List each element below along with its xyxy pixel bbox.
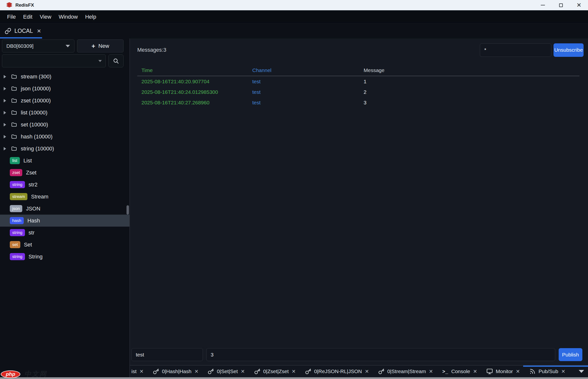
connection-tab-label: LOCAL: [15, 28, 33, 34]
tree-key-hash-selected[interactable]: hash Hash: [0, 215, 130, 227]
table-row[interactable]: 2025-08-16T21:40:20.907704 test 1: [137, 76, 579, 87]
tree-key-json[interactable]: json JSON: [0, 203, 130, 215]
tree-folder-zset[interactable]: zset (10000): [0, 95, 130, 107]
key-name: str: [29, 230, 34, 236]
search-button[interactable]: [108, 54, 124, 67]
database-select[interactable]: DB0[60309]: [2, 39, 74, 52]
maximize-button[interactable]: [552, 0, 570, 10]
close-icon[interactable]: ✕: [139, 368, 144, 374]
cell-channel: test: [252, 79, 364, 84]
folder-icon: [11, 145, 18, 152]
table-row[interactable]: 2025-08-16T21:40:27.268960 test 3: [137, 97, 579, 108]
menu-edit[interactable]: Edit: [19, 12, 36, 22]
app-title: RedisFX: [15, 2, 34, 8]
bottom-tab-label: 0|Hash|Hash: [162, 368, 191, 374]
close-icon[interactable]: ✕: [473, 368, 477, 374]
minimize-button[interactable]: [534, 0, 552, 10]
close-icon[interactable]: ✕: [516, 368, 520, 374]
subscribe-pattern-input[interactable]: [480, 43, 551, 57]
close-icon[interactable]: ✕: [194, 368, 198, 374]
messages-table: Time Channel Message 2025-08-16T21:40:20…: [130, 62, 588, 344]
folder-icon: [11, 85, 18, 92]
tree-key-string[interactable]: string String: [0, 251, 130, 263]
cell-message: 3: [364, 100, 579, 106]
table-row[interactable]: 2025-08-16T21:40:24.012985300 test 2: [137, 87, 579, 97]
tree-scrollbar-thumb[interactable]: [127, 205, 129, 215]
sidebar: DB0[60309] + New: [0, 38, 130, 377]
menu-view[interactable]: View: [36, 12, 55, 22]
bottom-tab-label: Monitor: [496, 368, 513, 374]
close-icon[interactable]: ✕: [365, 368, 369, 374]
tree-folder-hash[interactable]: hash (10000): [0, 131, 130, 142]
connection-tab-strip: LOCAL ✕: [0, 23, 588, 38]
bottom-tab-json[interactable]: 0|ReJSON-RL|JSON ✕: [300, 365, 374, 377]
key-name: Set: [24, 242, 32, 248]
window-controls: ✕: [534, 0, 588, 10]
php-logo: php: [1, 370, 20, 378]
bottom-tab-set[interactable]: 0|Set|Set ✕: [203, 365, 249, 377]
bottom-tab-list-truncated[interactable]: ist ✕: [130, 365, 148, 377]
folder-icon: [11, 134, 18, 140]
bottom-tab-label: 0|ReJSON-RL|JSON: [314, 368, 362, 374]
connection-tab-local[interactable]: LOCAL ✕: [0, 24, 42, 38]
menu-help[interactable]: Help: [81, 12, 100, 22]
rss-icon: [529, 368, 536, 375]
tree-folder-label: stream (300): [21, 74, 51, 80]
bottom-tab-zset[interactable]: 0|Zset|Zset ✕: [250, 365, 300, 377]
tree-folder-list[interactable]: list (10000): [0, 107, 130, 119]
new-key-button-label: New: [98, 43, 109, 49]
tree-key-set[interactable]: set Set: [0, 239, 130, 251]
menu-file[interactable]: File: [3, 12, 19, 22]
tree-key-stream[interactable]: stream Stream: [0, 190, 130, 203]
close-icon[interactable]: ✕: [292, 368, 296, 374]
tree-key-str[interactable]: string str: [0, 227, 130, 239]
type-badge: string: [10, 253, 25, 260]
tree-folder-label: string (10000): [21, 145, 54, 152]
bottom-tab-hash[interactable]: 0|Hash|Hash ✕: [148, 365, 203, 377]
bottom-tab-pubsub-active[interactable]: Pub/Sub ✕: [525, 365, 570, 377]
new-key-button[interactable]: + New: [77, 39, 124, 52]
tree-folder-label: list (10000): [21, 110, 47, 116]
tree-folder-json[interactable]: json (10000): [0, 82, 130, 95]
tree-folder-string[interactable]: string (10000): [0, 142, 130, 155]
publish-message-input[interactable]: [206, 348, 555, 361]
unsubscribe-button[interactable]: Unsubscribe: [554, 43, 584, 57]
search-dropdown-caret-icon[interactable]: [98, 60, 102, 62]
expand-caret-icon: [4, 111, 6, 114]
bottom-tab-bar: ist ✕ 0|Hash|Hash ✕ 0|Set|Set ✕ 0|Zset|Z…: [130, 365, 588, 377]
type-badge: string: [10, 229, 25, 236]
redis-logo-icon: [6, 2, 13, 9]
minimize-icon: [541, 5, 545, 5]
publish-channel-input[interactable]: [132, 348, 203, 361]
close-icon[interactable]: ✕: [429, 368, 433, 374]
close-icon[interactable]: ✕: [241, 368, 245, 374]
bottom-tab-label: 0|Zset|Zset: [263, 368, 289, 374]
bottom-tab-console[interactable]: >_ Console ✕: [438, 365, 482, 377]
expand-caret-icon: [4, 99, 6, 102]
key-name: String: [29, 253, 43, 260]
publish-button[interactable]: Publish: [559, 348, 582, 361]
close-icon[interactable]: ✕: [561, 368, 565, 374]
folder-icon: [11, 97, 18, 104]
connection-tab-close-icon[interactable]: ✕: [37, 28, 41, 34]
pubsub-header: Messages:3 Unsubscribe: [130, 38, 588, 62]
close-button[interactable]: ✕: [570, 0, 588, 10]
tree-key-str2[interactable]: string str2: [0, 179, 130, 190]
tree-key-zset[interactable]: zset Zset: [0, 167, 130, 179]
column-header-time[interactable]: Time: [137, 67, 252, 73]
bottom-tab-monitor[interactable]: Monitor ✕: [482, 365, 525, 377]
window-body: DB0[60309] + New: [0, 38, 588, 377]
menu-window[interactable]: Window: [55, 12, 81, 22]
tree-folder-stream[interactable]: stream (300): [0, 71, 130, 82]
search-input[interactable]: [2, 55, 105, 67]
tab-overflow-caret-icon[interactable]: [579, 370, 584, 373]
tree-folder-set[interactable]: set (10000): [0, 119, 130, 131]
key-icon: [208, 368, 214, 375]
type-badge: hash: [10, 217, 24, 224]
tree-key-list[interactable]: list List: [0, 155, 130, 167]
column-header-channel[interactable]: Channel: [252, 67, 364, 73]
column-header-message[interactable]: Message: [364, 67, 579, 73]
bottom-tab-stream[interactable]: 0|Stream|Stream ✕: [374, 365, 438, 377]
monitor-icon: [486, 368, 493, 375]
cell-channel: test: [252, 100, 364, 106]
